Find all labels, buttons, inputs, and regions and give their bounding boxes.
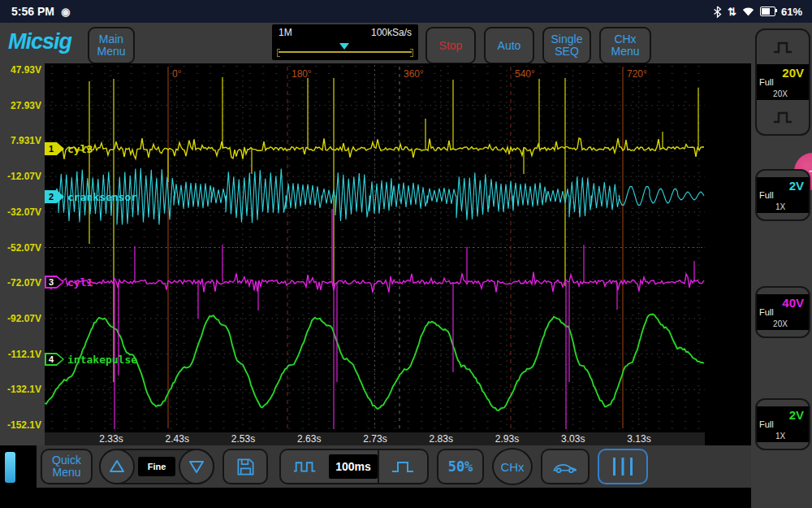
time-label: 2.43s	[166, 433, 189, 445]
ch1-coupling: Full	[759, 77, 774, 87]
volt-label: -112.1V	[1, 349, 41, 360]
adjust-down-button[interactable]	[179, 449, 214, 484]
car-icon	[552, 459, 578, 475]
android-status-bar: 5:56 PM ◉ ⇅ 61%	[0, 0, 812, 23]
quick-menu-button[interactable]: Quick Menu	[41, 449, 93, 484]
sample-slider-marker-icon[interactable]	[339, 43, 349, 50]
percent-label: 50%	[448, 458, 473, 475]
ch3-coupling: Full	[759, 307, 774, 317]
ch1-scale-group: 20V Full 20X	[755, 28, 810, 136]
auto-button[interactable]: Auto	[484, 27, 534, 64]
volt-label: 47.93V	[1, 64, 41, 76]
time-label: 3.13s	[627, 433, 650, 445]
chx-menu-button[interactable]: CHx Menu	[599, 27, 651, 64]
pulse-train-icon	[292, 458, 318, 475]
volt-label: -152.1V	[1, 419, 41, 431]
triangle-up-icon	[108, 458, 126, 475]
pulse-icon	[771, 110, 794, 124]
timebase-value: 100ms	[329, 454, 378, 479]
ch3-scale-readout: 40V Full 20X	[757, 294, 809, 330]
single-seq-button[interactable]: Single SEQ	[542, 27, 591, 64]
battery-percent: 61%	[781, 6, 802, 18]
ch2-volts-per-div: 2V	[789, 179, 804, 193]
time-label: 2.93s	[495, 433, 519, 445]
ch1-scale-up-button[interactable]	[757, 30, 809, 64]
ch2-scale-group[interactable]: 2V Full 1X	[755, 169, 810, 221]
time-label: 2.33s	[99, 433, 123, 445]
fine-adjust-group: Fine	[99, 449, 214, 484]
save-button[interactable]	[222, 449, 268, 484]
ch4-scale-readout: 2V Full 1X	[757, 406, 809, 442]
oscilloscope-screen: 5:56 PM ◉ ⇅ 61% Micsig Main Menu 1M 100k…	[0, 0, 812, 508]
time-label: 2.63s	[297, 433, 321, 445]
ch4-probe-factor: 1X	[757, 432, 804, 441]
waveform-svg	[45, 63, 705, 432]
sample-slider-track	[279, 51, 412, 53]
channel-scale-panel: 20V Full 20X + 2V Full 1X 4	[751, 23, 812, 508]
data-updown-icon: ⇅	[728, 7, 736, 17]
volt-label: -132.1V	[1, 384, 41, 395]
volt-label: 7.931V	[1, 135, 41, 146]
time-label: 2.53s	[231, 433, 255, 445]
ch1-scale-readout[interactable]: 20V Full 20X	[757, 64, 809, 100]
device-battery-icon	[5, 452, 15, 483]
sample-rate: 100kSa/s	[371, 27, 412, 38]
ch3-probe-factor: 20X	[757, 319, 804, 328]
ch1-probe-factor: 20X	[757, 89, 804, 98]
time-label: 2.83s	[430, 433, 453, 445]
chx-label: CHx	[500, 460, 524, 474]
bottom-toolbar: Quick Menu Fine	[37, 445, 751, 488]
ch4-coupling: Full	[759, 419, 774, 429]
automotive-button[interactable]	[541, 449, 590, 484]
save-floppy-icon	[235, 457, 256, 477]
ch1-scale-down-button[interactable]	[757, 100, 809, 134]
timebase-group: 100ms	[279, 449, 429, 484]
percent-button[interactable]: 50%	[437, 449, 484, 484]
waveform-display[interactable]: 0°180°360°540°720°1cyl32cranksensor3cyl1…	[45, 63, 705, 432]
micsig-logo: Micsig	[8, 29, 71, 54]
volt-label: -32.07V	[1, 206, 41, 218]
ch4-volts-per-div: 2V	[789, 408, 804, 422]
memory-depth: 1M	[279, 27, 292, 38]
volt-label: 27.93V	[1, 100, 41, 111]
battery-icon	[760, 7, 775, 16]
main-menu-button[interactable]: Main Menu	[88, 27, 135, 64]
sample-rate-widget[interactable]: 1M 100kSa/s	[272, 24, 418, 60]
clock: 5:56 PM	[11, 5, 54, 18]
volt-label: -72.07V	[1, 277, 41, 289]
pulse-icon	[771, 40, 794, 54]
ch3-scale-group[interactable]: 40V Full 20X	[755, 286, 810, 338]
ch2-probe-factor: 1X	[757, 202, 804, 211]
wifi-icon	[742, 7, 754, 16]
ch3-volts-per-div: 40V	[782, 296, 804, 310]
single-pulse-icon	[391, 458, 415, 475]
adjust-up-button[interactable]	[99, 449, 135, 484]
single-pulse-button[interactable]	[378, 450, 427, 483]
fine-mode-label[interactable]: Fine	[138, 457, 176, 476]
ch1-volts-per-div: 20V	[782, 66, 804, 80]
time-axis: 2.33s2.43s2.53s2.63s2.73s2.83s2.93s3.03s…	[45, 432, 705, 445]
stop-button[interactable]: Stop	[425, 27, 476, 64]
pulse-train-button[interactable]	[281, 450, 329, 483]
timebase-readout[interactable]: 100ms	[329, 450, 378, 483]
ch2-coupling: Full	[759, 190, 774, 200]
time-label: 2.73s	[363, 433, 387, 445]
scope-header: Micsig Main Menu 1M 100kSa/s Stop Auto S…	[0, 23, 812, 63]
ch4-scale-group[interactable]: 2V Full 1X	[755, 398, 810, 450]
volt-label: -52.07V	[1, 242, 41, 254]
time-label: 3.03s	[561, 433, 585, 445]
voltage-axis: 47.93V27.93V7.931V-12.07V-32.07V-52.07V-…	[0, 63, 45, 445]
display-bars-button[interactable]	[598, 449, 648, 484]
volt-label: -12.07V	[1, 171, 41, 182]
volt-label: -92.07V	[1, 313, 41, 324]
three-bars-icon	[609, 456, 637, 477]
chx-button[interactable]: CHx	[492, 448, 533, 485]
ch2-scale-readout: 2V Full 1X	[757, 177, 809, 213]
triangle-down-icon	[188, 458, 205, 475]
screen-record-icon: ◉	[61, 6, 70, 18]
bluetooth-icon	[713, 6, 722, 18]
